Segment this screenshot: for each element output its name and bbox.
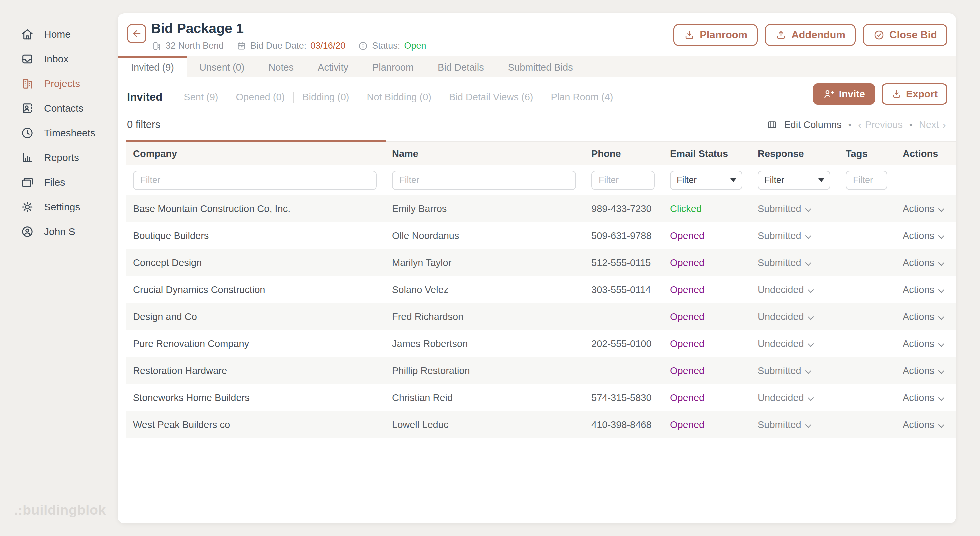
cell-company: Stoneworks Home Builders xyxy=(126,392,385,403)
buildingblok-logo: .:buildingblok xyxy=(14,502,106,518)
company-filter-input[interactable] xyxy=(133,171,377,190)
chevron-down-icon xyxy=(938,314,944,320)
close-bid-button[interactable]: Close Bid xyxy=(863,24,947,46)
cell-phone: 509-631-9788 xyxy=(585,230,663,241)
response-dropdown[interactable]: Undecided xyxy=(751,392,839,403)
sidebar-item-projects[interactable]: Projects xyxy=(0,72,118,96)
response-dropdown[interactable]: Submitted xyxy=(751,204,839,214)
sidebar-item-home[interactable]: Home xyxy=(0,22,118,47)
tab-notes[interactable]: Notes xyxy=(256,56,305,77)
subtab-plan-room-4[interactable]: Plan Room (4) xyxy=(542,92,622,103)
cell-company: Restoration Hardware xyxy=(126,365,385,376)
cell-name: Phillip Restoration xyxy=(385,365,585,376)
response-dropdown[interactable]: Submitted xyxy=(751,230,839,241)
status-value: Open xyxy=(404,41,426,51)
cell-name: Lowell Leduc xyxy=(385,419,585,430)
sidebar-item-settings[interactable]: Settings xyxy=(0,195,118,219)
cell-company: Boutique Builders xyxy=(126,230,385,241)
planroom-label: Planroom xyxy=(700,29,747,41)
response-dropdown[interactable]: Submitted xyxy=(751,419,839,430)
back-button[interactable] xyxy=(127,24,146,43)
table-row: Stoneworks Home Builders Christian Reid … xyxy=(126,384,956,411)
tab-planroom[interactable]: Planroom xyxy=(360,56,426,77)
chevron-down-icon xyxy=(938,341,944,347)
subtab-sent-9[interactable]: Sent (9) xyxy=(175,92,227,103)
response-filter-select[interactable]: Filter xyxy=(758,171,830,190)
previous-button[interactable]: ‹Previous xyxy=(858,119,903,130)
column-header-response[interactable]: Response xyxy=(751,148,839,159)
actions-dropdown[interactable]: Actions xyxy=(896,204,956,214)
cell-name: Olle Noordanus xyxy=(385,230,585,241)
chevron-down-icon xyxy=(805,260,811,266)
table-body: Base Mountain Construction Co, Inc. Emil… xyxy=(126,195,956,438)
actions-dropdown[interactable]: Actions xyxy=(896,365,956,376)
phone-filter-input[interactable] xyxy=(591,171,655,190)
invite-button[interactable]: Invite xyxy=(813,83,875,105)
column-header-company[interactable]: Company xyxy=(126,148,385,159)
column-header-phone[interactable]: Phone xyxy=(585,148,663,159)
name-filter-input[interactable] xyxy=(392,171,576,190)
actions-dropdown[interactable]: Actions xyxy=(896,230,956,241)
sidebar-item-inbox[interactable]: Inbox xyxy=(0,47,118,72)
actions-dropdown[interactable]: Actions xyxy=(896,419,956,430)
email-status-filter-select[interactable]: Filter xyxy=(670,171,742,190)
response-dropdown[interactable]: Submitted xyxy=(751,365,839,376)
subtab-invited[interactable]: Invited xyxy=(127,91,162,103)
user-circle-icon xyxy=(21,225,34,239)
project-name: 32 North Bend xyxy=(165,41,224,51)
response-dropdown[interactable]: Undecided xyxy=(751,284,839,295)
cell-name: Christian Reid xyxy=(385,392,585,403)
response-dropdown[interactable]: Submitted xyxy=(751,257,839,268)
subtab-row: Invited Sent (9)Opened (0)Bidding (0)Not… xyxy=(118,77,956,108)
caret-down-icon xyxy=(818,178,824,182)
chevron-down-icon xyxy=(808,314,814,320)
cell-company: Pure Renovation Company xyxy=(126,338,385,349)
subtab-bid-detail-views-6[interactable]: Bid Detail Views (6) xyxy=(440,92,542,103)
tab-submitted-bids[interactable]: Submitted Bids xyxy=(496,56,585,77)
close-bid-label: Close Bid xyxy=(889,29,937,41)
subtab-not-bidding-0[interactable]: Not Bidding (0) xyxy=(358,92,440,103)
export-button[interactable]: Export xyxy=(882,83,947,105)
tab-bid-details[interactable]: Bid Details xyxy=(426,56,496,77)
sidebar-item-timesheets[interactable]: Timesheets xyxy=(0,121,118,145)
sidebar-item-label: Contacts xyxy=(44,103,83,114)
actions-dropdown[interactable]: Actions xyxy=(896,257,956,268)
sidebar-item-label: Inbox xyxy=(44,53,68,65)
sidebar-item-label: Settings xyxy=(44,201,80,213)
chevron-down-icon xyxy=(938,367,944,374)
subtab-bidding-0[interactable]: Bidding (0) xyxy=(293,92,358,103)
sidebar-nav: Home Inbox Projects Contacts Timesheets … xyxy=(0,0,118,244)
edit-columns-button[interactable]: Edit Columns xyxy=(784,119,842,130)
sidebar-item-contacts[interactable]: Contacts xyxy=(0,96,118,121)
actions-dropdown[interactable]: Actions xyxy=(896,338,956,349)
subtab-opened-0[interactable]: Opened (0) xyxy=(227,92,294,103)
addendum-button[interactable]: Addendum xyxy=(765,24,856,46)
actions-dropdown[interactable]: Actions xyxy=(896,284,956,295)
column-header-name[interactable]: Name xyxy=(385,148,585,159)
actions-dropdown[interactable]: Actions xyxy=(896,311,956,322)
invited-table: CompanyNamePhoneEmail StatusResponseTags… xyxy=(126,142,956,438)
tab-activity[interactable]: Activity xyxy=(305,56,360,77)
sidebar-item-reports[interactable]: Reports xyxy=(0,145,118,170)
planroom-button[interactable]: Planroom xyxy=(673,24,758,46)
response-dropdown[interactable]: Undecided xyxy=(751,338,839,349)
cell-email-status: Opened xyxy=(663,230,751,241)
column-header-tags[interactable]: Tags xyxy=(839,148,896,159)
sidebar-item-label: Reports xyxy=(44,152,79,163)
sidebar-item-files[interactable]: Files xyxy=(0,170,118,195)
tab-unsent-0[interactable]: Unsent (0) xyxy=(187,56,256,77)
actions-dropdown[interactable]: Actions xyxy=(896,392,956,403)
response-dropdown[interactable]: Undecided xyxy=(751,311,839,322)
column-header-email-status[interactable]: Email Status xyxy=(663,148,751,159)
table-row: Restoration Hardware Phillip Restoration… xyxy=(126,357,956,384)
cell-name: Emily Barros xyxy=(385,204,585,214)
sidebar-item-label: Projects xyxy=(44,78,80,89)
subtab-list: Sent (9)Opened (0)Bidding (0)Not Bidding… xyxy=(175,92,622,103)
tags-filter-input[interactable] xyxy=(846,171,887,190)
check-circle-icon xyxy=(873,29,885,41)
column-header-actions[interactable]: Actions xyxy=(896,148,956,159)
sidebar-item-john-s[interactable]: John S xyxy=(0,219,118,244)
next-button[interactable]: Next› xyxy=(919,119,946,130)
tab-invited-9[interactable]: Invited (9) xyxy=(118,56,187,77)
table-row: Concept Design Marilyn Taylor 512-555-01… xyxy=(126,249,956,276)
